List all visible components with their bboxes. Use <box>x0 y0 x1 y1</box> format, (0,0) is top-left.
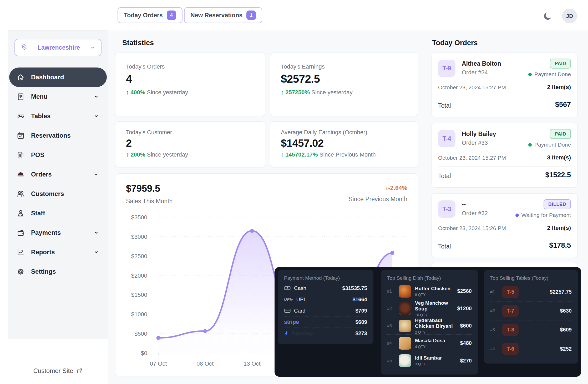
sidebar-item-menu[interactable]: Menu <box>9 87 107 106</box>
order-datetime: October 23, 2024 15:27 PM <box>438 84 506 91</box>
payment-method-panel: Payment Method (Today) Cash $31535.75 UP… <box>278 270 373 344</box>
payment-amount: $709 <box>356 308 367 314</box>
top-bar: Today Orders 4 New Reservations 1 JD <box>0 0 588 30</box>
svg-text:$2000: $2000 <box>131 272 147 279</box>
sidebar-item-label: Reservations <box>31 132 99 139</box>
stat-value: 2 <box>126 137 254 149</box>
order-datetime: October 23, 2024 15:26 PM <box>438 225 506 231</box>
payment-method-heading: Payment Method (Today) <box>284 275 367 281</box>
sidebar-divider <box>108 30 108 384</box>
payment-state: Payment Done <box>528 71 571 77</box>
chevron-down-icon <box>93 113 99 119</box>
chevron-down-icon <box>89 44 96 51</box>
order-card[interactable]: T-4 Holly Bailey Order #33 PAID Payment … <box>432 123 577 188</box>
razorpay-icon <box>284 331 289 336</box>
sidebar-item-label: POS <box>31 151 99 159</box>
payment-row-card: Card $709 <box>284 305 367 316</box>
svg-text:08 Oct: 08 Oct <box>196 360 214 367</box>
order-number: Order #33 <box>462 139 488 146</box>
sidebar-nav: Dashboard Menu Tables Reserva <box>9 68 107 281</box>
wallet-icon <box>17 229 25 237</box>
today-orders-heading: Today Orders <box>432 39 478 47</box>
svg-text:13 Oct: 13 Oct <box>244 360 261 367</box>
status-badge: BILLED <box>544 199 571 209</box>
sidebar-item-label: Tables <box>31 112 87 120</box>
dark-mode-toggle[interactable] <box>542 11 553 22</box>
table-chip-dark: T-6 <box>502 343 519 355</box>
table-chip-dark: T-7 <box>502 305 519 317</box>
dish-row: #3 Hyderabadi Chicken Biryani 2 QTY $600 <box>387 317 472 335</box>
sidebar-item-payments[interactable]: Payments <box>9 223 107 242</box>
sidebar-item-dashboard[interactable]: Dashboard <box>9 68 107 87</box>
sidebar-item-tables[interactable]: Tables <box>9 106 107 126</box>
stat-card-todays-customer: Today's Customer 2 ↑ 200% Since yesterda… <box>115 121 265 167</box>
total-value: $178.5 <box>549 241 571 250</box>
table-chip-dark: T-8 <box>502 324 519 336</box>
stat-card-average-daily-earnings: Average Daily Earnings (October) $1457.0… <box>270 121 418 167</box>
customer-name: Althea Bolton <box>462 60 501 67</box>
sidebar-item-settings[interactable]: Settings <box>9 262 107 281</box>
sidebar-item-label: Staff <box>31 210 99 217</box>
sales-total: $7959.5 <box>126 183 160 194</box>
moon-icon <box>542 11 553 22</box>
order-card-divider <box>438 237 571 237</box>
table-rank-row: #1 T-5 $2257.75 <box>490 283 572 302</box>
total-label: Total <box>438 173 451 180</box>
staff-person-icon <box>17 209 25 217</box>
customer-site-link[interactable]: Customer Site <box>8 367 108 375</box>
table-rank-row: #4 T-6 $252 <box>490 339 572 358</box>
stat-label: Today's Orders <box>126 63 254 70</box>
table-chip-dark: T-5 <box>502 286 519 298</box>
banknote-icon <box>284 285 291 292</box>
stat-value: $2572.5 <box>281 73 407 85</box>
sidebar-item-label: Dashboard <box>31 74 99 81</box>
new-reservations-count-badge: 1 <box>246 11 256 20</box>
svg-text:$500: $500 <box>134 330 147 337</box>
dish-image-butter-chicken <box>399 285 411 298</box>
payment-amount: $273 <box>356 330 367 336</box>
sidebar-item-staff[interactable]: Staff <box>9 204 107 223</box>
location-pin-icon <box>20 44 28 51</box>
stat-delta: ↑ 400% Since yesterday <box>126 89 254 96</box>
dish-image-veg-manchow-soup <box>399 302 411 315</box>
location-selector[interactable]: Lawrenceshire <box>14 39 102 56</box>
payment-row-razorpay: Razorpay $273 <box>284 328 367 339</box>
svg-text:$3500: $3500 <box>131 214 147 221</box>
sidebar: Lawrenceshire Dashboard Menu <box>8 30 108 339</box>
order-items-count: 2 Item(s) <box>547 84 571 91</box>
sidebar-item-reports[interactable]: Reports <box>9 242 107 262</box>
svg-text:$2500: $2500 <box>131 253 147 260</box>
sidebar-item-pos[interactable]: POS <box>9 145 107 165</box>
payment-amount: $609 <box>356 319 367 325</box>
calendar-check-icon <box>17 132 25 140</box>
status-badge: PAID <box>550 59 571 69</box>
delta-arrow-up: ↑ <box>126 151 129 158</box>
order-card[interactable]: T-3 -- Order #32 BILLED Waiting for Paym… <box>432 193 577 258</box>
razorpay-label: Razorpay <box>292 331 313 336</box>
table-chip: T-4 <box>438 130 455 147</box>
cloche-icon <box>17 170 25 179</box>
sidebar-item-label: Payments <box>31 229 87 236</box>
total-label: Total <box>438 102 451 109</box>
users-icon <box>17 190 25 198</box>
stat-delta: ↑ 200% Since yesterday <box>126 151 254 158</box>
today-orders-button[interactable]: Today Orders 4 <box>118 7 183 23</box>
top-tables-heading: Top Selling Tables (Today) <box>490 275 572 281</box>
order-card[interactable]: T-9 Althea Bolton Order #34 PAID Payment… <box>432 53 577 117</box>
today-orders-count-badge: 4 <box>167 11 176 20</box>
sidebar-item-reservations[interactable]: Reservations <box>9 126 107 145</box>
payment-done-dot <box>528 73 532 76</box>
pos-terminal-icon <box>17 151 25 159</box>
sidebar-item-orders[interactable]: Orders <box>9 165 107 184</box>
stat-label: Average Daily Earnings (October) <box>281 129 407 136</box>
gear-icon <box>17 268 25 276</box>
stat-value: $1457.02 <box>281 137 407 149</box>
sidebar-item-customers[interactable]: Customers <box>9 184 107 204</box>
order-items-count: 3 Item(s) <box>547 154 571 161</box>
upi-logo: UPI▸ <box>284 297 293 302</box>
payment-amount: $31535.75 <box>342 285 367 291</box>
user-avatar[interactable]: JD <box>562 9 577 23</box>
order-datetime: October 23, 2024 15:27 PM <box>438 155 506 161</box>
new-reservations-button[interactable]: New Reservations 1 <box>184 7 262 23</box>
payment-state: Payment Done <box>528 142 571 148</box>
